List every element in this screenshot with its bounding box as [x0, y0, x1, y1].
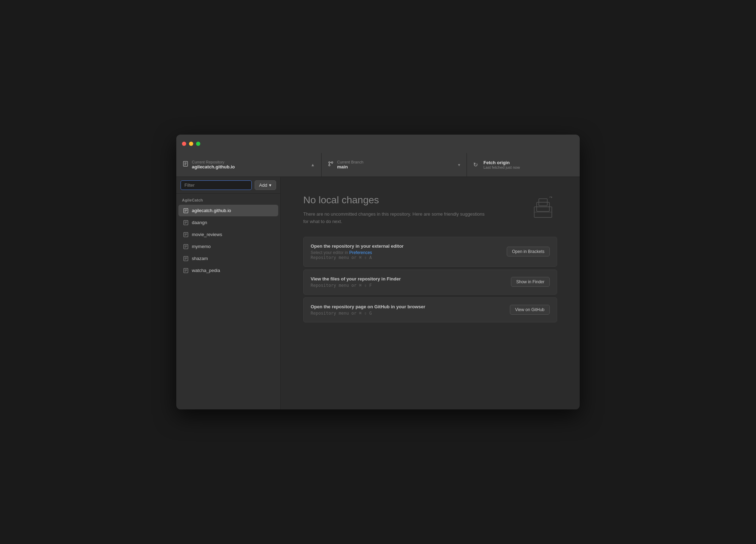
add-chevron-icon: ▾: [269, 183, 272, 188]
toolbar: Current Repository agilecatch.github.io …: [176, 153, 580, 177]
repo-list: agilecatch.github.io daangn movie_review…: [176, 204, 280, 277]
illustration-icon: [529, 194, 557, 223]
no-changes-text: No local changes There are no uncommitte…: [303, 194, 522, 225]
action-button[interactable]: Open in Brackets: [507, 247, 550, 256]
action-shortcut: Repository menu or ⌘ ⇧ G: [311, 311, 503, 316]
group-label: AgileCatch: [176, 194, 280, 204]
repo-name: agilecatch.github.io: [192, 164, 307, 169]
action-cards-container: Open the repository in your external edi…: [303, 237, 557, 325]
repo-item[interactable]: mymemo: [178, 241, 278, 252]
branch-chevron-icon: ▾: [458, 162, 460, 167]
add-label: Add: [259, 183, 267, 188]
action-card: View the files of your repository in Fin…: [303, 270, 557, 295]
filter-input[interactable]: [181, 180, 252, 190]
action-button[interactable]: Show in Finder: [511, 277, 550, 287]
add-button[interactable]: Add ▾: [255, 180, 276, 190]
repo-item[interactable]: movie_reviews: [178, 229, 278, 240]
branch-label: Current Branch: [337, 160, 455, 164]
no-changes-title: No local changes: [303, 194, 522, 206]
preferences-link[interactable]: Preferences: [349, 250, 372, 255]
svg-point-6: [329, 165, 330, 166]
action-shortcut: Repository menu or ⌘ ⇧ F: [311, 283, 504, 288]
branch-text: Current Branch main: [337, 160, 455, 169]
repo-item[interactable]: watcha_pedia: [178, 265, 278, 276]
repo-icon: [183, 256, 188, 261]
repo-text: Current Repository agilecatch.github.io: [192, 160, 307, 169]
action-card-title: Open the repository in your external edi…: [311, 243, 500, 249]
main-content: No local changes There are no uncommitte…: [281, 177, 580, 409]
repo-icon: [183, 244, 188, 249]
repo-item[interactable]: shazam: [178, 253, 278, 264]
maximize-button[interactable]: [196, 142, 200, 146]
repo-icon: [183, 268, 188, 273]
repo-label: Current Repository: [192, 160, 307, 164]
sidebar: Add ▾ AgileCatch agilecatch.github.io: [176, 177, 281, 409]
repo-icon: [183, 208, 188, 213]
refresh-icon: ↻: [473, 161, 478, 168]
svg-point-4: [329, 162, 330, 163]
repo-icon: [183, 220, 188, 225]
close-button[interactable]: [182, 142, 186, 146]
current-branch-section[interactable]: Current Branch main ▾: [322, 153, 467, 177]
repo-item[interactable]: agilecatch.github.io: [178, 205, 278, 216]
action-card-title: View the files of your repository in Fin…: [311, 276, 504, 282]
fetch-text: Fetch origin Last fetched just now: [483, 160, 573, 169]
repo-name: watcha_pedia: [192, 268, 220, 273]
repo-name: mymemo: [192, 244, 211, 249]
minimize-button[interactable]: [189, 142, 193, 146]
action-card-text: View the files of your repository in Fin…: [311, 276, 504, 288]
repo-chevron-icon: ▲: [311, 162, 315, 167]
action-card: Open the repository page on GitHub in yo…: [303, 297, 557, 322]
action-card-text: Open the repository page on GitHub in yo…: [311, 304, 503, 316]
action-subtitle: Select your editor in Preferences: [311, 250, 500, 255]
fetch-sub: Last fetched just now: [483, 165, 573, 169]
app-window: Current Repository agilecatch.github.io …: [176, 135, 580, 409]
action-card-text: Open the repository in your external edi…: [311, 243, 500, 260]
action-button[interactable]: View on GitHub: [510, 305, 550, 315]
action-card: Open the repository in your external edi…: [303, 237, 557, 267]
no-changes-section: No local changes There are no uncommitte…: [303, 194, 557, 325]
repo-item[interactable]: daangn: [178, 217, 278, 228]
repo-name: shazam: [192, 256, 208, 261]
repo-name: agilecatch.github.io: [192, 208, 231, 213]
titlebar: [176, 135, 580, 153]
action-shortcut: Repository menu or ⌘ ⇧ A: [311, 255, 500, 260]
repo-icon: [183, 161, 188, 168]
repo-name: daangn: [192, 220, 207, 225]
content-area: Add ▾ AgileCatch agilecatch.github.io: [176, 177, 580, 409]
repo-icon: [183, 232, 188, 237]
fetch-origin-section[interactable]: ↻ Fetch origin Last fetched just now: [467, 153, 580, 177]
filter-row: Add ▾: [176, 177, 280, 194]
current-repo-section[interactable]: Current Repository agilecatch.github.io …: [176, 153, 322, 177]
repo-name: movie_reviews: [192, 232, 222, 237]
branch-name: main: [337, 164, 455, 169]
no-changes-header: No local changes There are no uncommitte…: [303, 194, 557, 225]
action-card-title: Open the repository page on GitHub in yo…: [311, 304, 503, 309]
branch-icon: [328, 161, 334, 168]
fetch-label: Fetch origin: [483, 160, 573, 165]
no-changes-desc: There are no uncommitted changes in this…: [303, 211, 487, 225]
